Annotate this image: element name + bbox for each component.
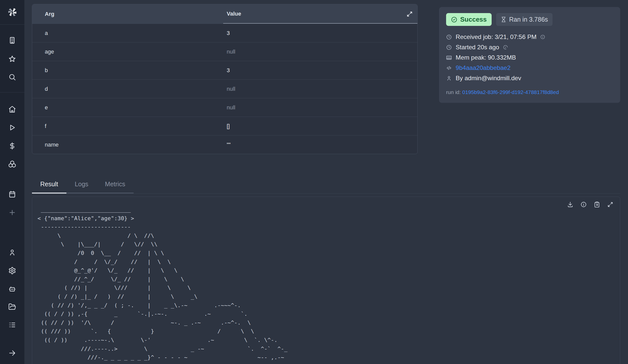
duration-chip: Ran in 3.786s [496,13,553,26]
arg-value: null [223,49,417,55]
script-hash-link[interactable]: 9b4aaa20abbebae2 [456,64,511,71]
mem-row: Mem peak: 90.332MB [446,54,613,61]
sidebar-item-folders[interactable] [0,298,24,316]
arg-value: 3 [223,30,417,36]
arg-value: [] [223,123,417,129]
gear-icon [8,267,16,275]
arg-value: null [223,86,417,92]
user-icon [446,75,452,81]
result-info-button[interactable] [580,201,587,208]
hash-row: 9b4aaa20abbebae2 [446,64,613,71]
sidebar-divider [0,24,24,25]
check-circle-icon [451,16,457,23]
args-table-body: a3agenullb3dnullenullf[]name"" [32,24,417,154]
clock-icon [446,44,452,50]
memory-icon [446,55,452,61]
run-id-link[interactable]: 0195b9a2-83f6-299f-d192-478817f8d8ed [462,89,559,95]
hourglass-icon [501,17,506,22]
arg-name: b [32,67,223,74]
sidebar-item-search[interactable] [0,68,24,86]
started-text: Started 20s ago [456,44,499,51]
tab-metrics[interactable]: Metrics [97,177,134,194]
sidebar-item-resources[interactable] [0,155,24,173]
run-id-row: run id: 0195b9a2-83f6-299f-d192-478817f8… [446,89,613,95]
clock-icon [446,34,452,40]
sidebar-expand-button[interactable] [0,344,24,362]
download-icon [567,201,573,208]
sidebar-divider [0,92,24,93]
clipboard-copy-icon [594,201,600,208]
args-table-header: Arg Value [32,4,417,24]
download-button[interactable] [567,201,573,208]
table-row: b3 [32,61,417,79]
status-label: Success [460,16,487,23]
tab-result[interactable]: Result [32,177,66,194]
result-panel: ___________________________ < {"name":"A… [32,197,620,364]
windmill-logo[interactable] [0,2,24,22]
info-icon [580,201,587,208]
sidebar-item-workers[interactable] [0,280,24,298]
search-icon [8,73,16,81]
code-icon [446,65,452,71]
arg-value: "" [223,142,417,148]
user-icon [8,249,16,256]
started-info-icon[interactable] [503,45,508,50]
sidebar-item-favorites[interactable] [0,50,24,68]
arg-name: e [32,104,223,111]
result-toolbar [567,201,613,208]
sidebar-item-logs[interactable] [0,316,24,334]
arg-name: age [32,49,223,55]
arg-name: name [32,142,223,148]
tab-logs[interactable]: Logs [66,177,97,194]
received-text: Received job: 3/21, 07:56 PM [456,33,536,40]
arg-value: null [223,104,417,111]
calendar-icon [8,190,16,198]
play-icon [8,124,16,131]
copy-result-button[interactable] [594,201,600,208]
duration-label: Ran in 3.786s [509,16,548,23]
table-row: enull [32,98,417,117]
by-text: By admin@windmill.dev [456,75,521,82]
sidebar-item-runs[interactable] [0,118,24,136]
arrow-right-icon [8,349,16,357]
column-header-value: Value [223,4,417,24]
sidebar-item-settings[interactable] [0,261,24,280]
expand-icon [406,11,413,17]
result-output: ___________________________ < {"name":"A… [32,197,620,364]
table-row: f[] [32,117,417,135]
sidebar-item-home[interactable] [0,100,24,118]
star-icon [8,55,16,63]
sidebar-item-variables[interactable] [0,137,24,155]
building-icon [8,36,16,44]
arg-name: d [32,86,223,92]
received-row: Received job: 3/21, 07:56 PM [446,33,613,40]
mem-text: Mem peak: 90.332MB [456,54,516,61]
boxes-icon [8,160,16,168]
column-header-arg: Arg [32,11,223,17]
job-info-card: Success Ran in 3.786s Received job: 3/21… [439,7,620,103]
by-row: By admin@windmill.dev [446,75,613,82]
table-row: dnull [32,79,417,98]
args-table: Arg Value a3agenullb3dnullenullf[]name"" [32,4,418,154]
received-info-icon[interactable] [540,34,545,39]
list-icon [8,321,16,329]
bot-icon [8,285,16,293]
table-row: agenull [32,42,417,61]
sidebar-item-workspace[interactable] [0,31,24,49]
expand-result-button[interactable] [607,201,613,208]
home-icon [8,105,16,113]
sidebar-item-user[interactable] [0,243,24,261]
status-badge: Success [446,13,492,26]
args-expand-button[interactable] [406,11,413,17]
started-row: Started 20s ago [446,44,613,51]
folder-open-icon [8,303,16,311]
expand-icon [607,201,613,208]
result-tabs: ResultLogsMetrics [32,177,620,194]
arg-name: f [32,123,223,129]
plus-icon [8,209,16,216]
sidebar [0,0,24,364]
sidebar-item-schedules[interactable] [0,185,24,203]
run-id-label: run id: [446,89,461,95]
table-row: name"" [32,135,417,154]
sidebar-item-add[interactable] [0,203,24,221]
